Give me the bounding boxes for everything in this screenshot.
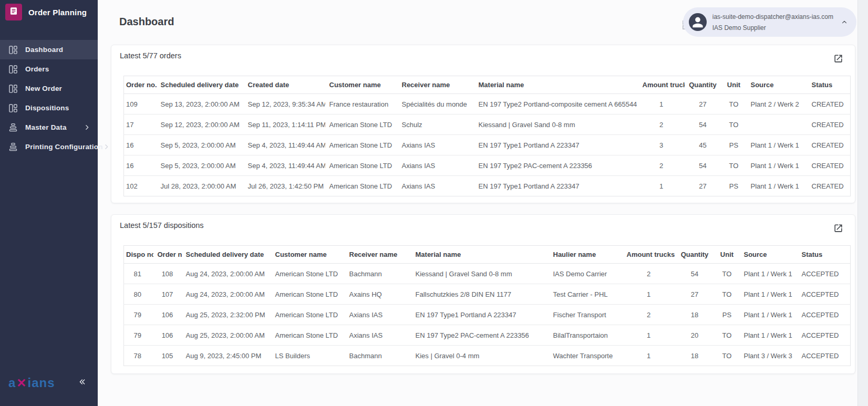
table-cell: TO (715, 346, 740, 366)
app-logo-badge (5, 4, 22, 20)
table-cell: Aug 25, 2023, 2:32:00 PM (182, 305, 271, 325)
column-header: Dispo no. (124, 246, 153, 264)
table-cell: France restauration (325, 94, 398, 114)
table-cell: Kiessand | Gravel Sand 0-8 mm (411, 264, 549, 284)
column-header: Scheduled delivery date (157, 76, 244, 94)
table-cell: 20 (675, 325, 715, 346)
table-row: 79106Aug 25, 2023, 2:32:00 PMAmerican St… (124, 305, 851, 325)
table-cell: 3 (638, 135, 685, 155)
table-cell: Sep 13, 2023, 2:00:00 AM (157, 94, 244, 114)
table-cell: 102 (124, 176, 157, 196)
table-cell: Plant 1 / Werk 1 (740, 305, 798, 325)
column-header: Customer name (271, 246, 345, 264)
sidebar-item-orders[interactable]: Orders (0, 59, 98, 79)
table-row: 81108Aug 24, 2023, 2:00:00 AMAmerican St… (124, 264, 851, 284)
table-cell: Plant 3 / Werk 3 (740, 346, 798, 366)
table-cell: 27 (675, 284, 715, 305)
sidebar-item-master-data[interactable]: Master Data (0, 118, 98, 137)
stack-icon (8, 122, 18, 133)
sidebar-collapse-button[interactable] (75, 377, 89, 389)
table-cell: 2 (623, 264, 675, 284)
sidebar-item-label: Dashboard (25, 46, 63, 54)
dashboard-grid-icon (8, 64, 18, 75)
sidebar-item-dashboard[interactable]: Dashboard (0, 40, 98, 59)
column-header: Unit (715, 246, 740, 264)
table-cell: Bachmann (345, 346, 411, 366)
table-cell: Test Carrier - PHL (549, 284, 623, 305)
open-in-new-icon[interactable] (833, 223, 843, 233)
table-cell: 81 (124, 264, 153, 284)
table-cell: Fischer Transport (549, 305, 623, 325)
table-cell: TO (721, 155, 747, 176)
table-cell: ACCEPTED (798, 325, 851, 346)
table-cell: Jul 28, 2023, 2:00:00 AM (157, 176, 244, 196)
person-icon (689, 13, 707, 31)
table-cell: Kies | Gravel 0-4 mm (411, 346, 549, 366)
table-cell: CREATED (808, 176, 851, 196)
user-email: ias-suite-demo-dispatcher@axians-ias.com (712, 13, 833, 20)
sidebar-item-label: Master Data (25, 123, 67, 131)
table-cell: Axians IAS (398, 135, 474, 155)
dispositions-table-wrap: Dispo no.Order no.Scheduled delivery dat… (123, 245, 848, 366)
table-cell (747, 114, 808, 135)
table-cell: 106 (153, 325, 182, 346)
table-cell: 106 (153, 305, 182, 325)
user-menu[interactable]: ias-suite-demo-dispatcher@axians-ias.com… (683, 7, 856, 37)
table-cell: 79 (124, 325, 153, 346)
column-header: Customer name (325, 76, 398, 94)
table-cell: ACCEPTED (798, 346, 851, 366)
table-cell: 78 (124, 346, 153, 366)
page-title: Dashboard (119, 16, 174, 28)
table-cell: CREATED (808, 155, 851, 176)
latest-orders-card: Latest 5/77 orders Order no.Scheduled de… (111, 45, 855, 203)
orders-table-wrap: Order no.Scheduled delivery dateCreated … (123, 76, 848, 196)
table-cell: CREATED (808, 94, 851, 114)
column-header: Amount trucks (623, 246, 675, 264)
table-cell: 2 (638, 155, 685, 176)
table-cell: Plant 1 / Werk 1 (747, 176, 808, 196)
table-cell: PS (715, 305, 740, 325)
table-cell: ACCEPTED (798, 264, 851, 284)
table-cell: Jul 26, 2023, 1:42:50 PM (244, 176, 325, 196)
open-in-new-icon[interactable] (833, 54, 843, 64)
column-header: Quantity (675, 246, 715, 264)
sidebar-item-new-order[interactable]: New Order (0, 79, 98, 98)
chevron-up-icon[interactable] (841, 18, 848, 26)
table-cell: 17 (124, 114, 157, 135)
dashboard-grid-icon (8, 103, 18, 113)
table-cell: Sep 11, 2023, 1:14:11 PM (244, 114, 325, 135)
column-header: Material name (474, 76, 638, 94)
table-cell: CREATED (808, 114, 851, 135)
table-cell: 1 (623, 284, 675, 305)
table-cell: Sep 12, 2023, 2:00:00 AM (157, 114, 244, 135)
scrollbar-track[interactable] (857, 0, 868, 406)
table-cell: Sep 12, 2023, 9:35:34 AM (244, 94, 325, 114)
table-cell: American Stone LTD (271, 325, 345, 346)
user-info: ias-suite-demo-dispatcher@axians-ias.com… (712, 13, 833, 32)
table-cell: Aug 9, 2023, 2:45:00 PM (182, 346, 271, 366)
table-cell: 45 (685, 135, 721, 155)
column-header: Unit (721, 76, 747, 94)
table-cell: TO (715, 264, 740, 284)
table-cell: 107 (153, 284, 182, 305)
column-header: Amount trucks (638, 76, 685, 94)
table-cell: EN 197 Type1 Portland A 223347 (474, 135, 638, 155)
table-cell: 54 (685, 114, 721, 135)
table-cell: Plant 1 / Werk 1 (740, 264, 798, 284)
table-row: 16Sep 5, 2023, 2:00:00 AMSep 4, 2023, 11… (124, 155, 851, 176)
column-header: Haulier name (549, 246, 623, 264)
sidebar-item-printing-configuration[interactable]: Printing Configuration (0, 137, 98, 157)
main-content: Dashboard ias-suite-demo-dispatcher@axia… (98, 0, 857, 406)
sidebar-item-label: Printing Configuration (25, 143, 103, 151)
table-cell: Schulz (398, 114, 474, 135)
table-cell: EN 197 Type2 PAC-cement A 223356 (411, 325, 549, 346)
table-cell: EN 197 Type1 Portland A 223347 (474, 176, 638, 196)
table-cell: American Stone LTD (325, 176, 398, 196)
table-cell: Plant 1 / Werk 1 (740, 325, 798, 346)
table-cell: BilalTransportaion (549, 325, 623, 346)
sidebar-item-dispositions[interactable]: Dispositions (0, 98, 98, 118)
column-header: Created date (244, 76, 325, 94)
table-cell: 79 (124, 305, 153, 325)
table-cell: Wachter Transporte (549, 346, 623, 366)
table-cell: 1 (623, 325, 675, 346)
